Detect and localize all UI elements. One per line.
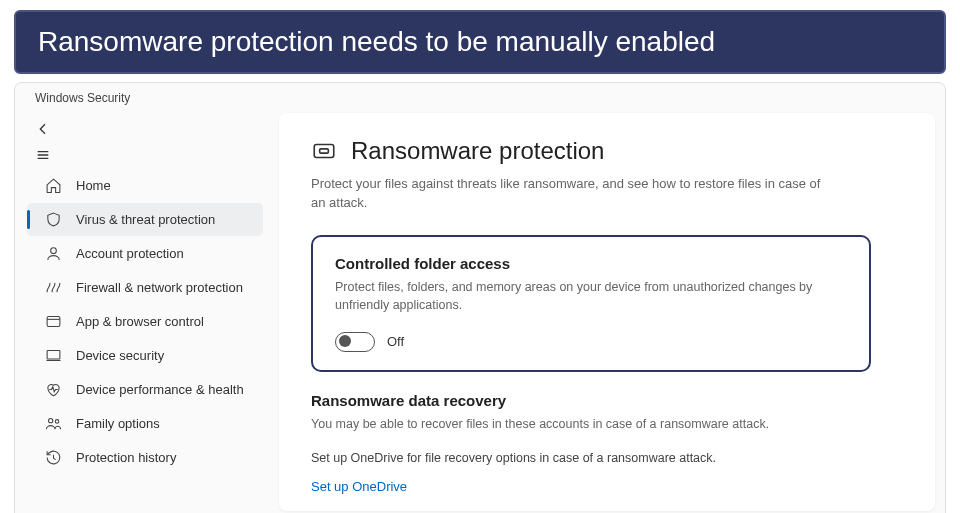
svg-rect-5: [314, 145, 334, 158]
sidebar-item-app-browser[interactable]: App & browser control: [27, 305, 263, 338]
ransomware-data-recovery-section: Ransomware data recovery You may be able…: [311, 392, 871, 495]
sidebar-item-device-perf[interactable]: Device performance & health: [27, 373, 263, 406]
cfa-description: Protect files, folders, and memory areas…: [335, 278, 847, 314]
heart-pulse-icon: [45, 381, 62, 398]
sidebar-item-label: Account protection: [76, 246, 184, 261]
cfa-toggle[interactable]: [335, 332, 375, 352]
back-button[interactable]: [27, 117, 263, 141]
sidebar-item-label: Family options: [76, 416, 160, 431]
rdr-note: Set up OneDrive for file recovery option…: [311, 451, 871, 465]
rdr-title: Ransomware data recovery: [311, 392, 871, 409]
svg-rect-6: [320, 149, 329, 153]
family-icon: [45, 415, 62, 432]
svg-rect-2: [47, 351, 60, 360]
cfa-toggle-label: Off: [387, 334, 404, 349]
person-icon: [45, 245, 62, 262]
window-title: Windows Security: [15, 83, 945, 109]
sidebar-item-label: Device security: [76, 348, 164, 363]
app-browser-icon: [45, 313, 62, 330]
annotation-banner: Ransomware protection needs to be manual…: [14, 10, 946, 74]
sidebar-item-device-security[interactable]: Device security: [27, 339, 263, 372]
sidebar-item-home[interactable]: Home: [27, 169, 263, 202]
sidebar-item-label: Protection history: [76, 450, 176, 465]
sidebar-item-account[interactable]: Account protection: [27, 237, 263, 270]
svg-rect-1: [47, 317, 60, 327]
cfa-title: Controlled folder access: [335, 255, 847, 272]
sidebar-item-label: Virus & threat protection: [76, 212, 215, 227]
shield-icon: [45, 211, 62, 228]
sidebar-item-label: Firewall & network protection: [76, 280, 243, 295]
toggle-knob: [339, 335, 351, 347]
hamburger-icon: [35, 147, 51, 163]
sidebar-item-virus-threat[interactable]: Virus & threat protection: [27, 203, 263, 236]
back-arrow-icon: [35, 121, 51, 137]
hamburger-button[interactable]: [27, 143, 263, 167]
ransomware-icon: [311, 138, 337, 164]
page-description: Protect your files against threats like …: [311, 175, 831, 213]
sidebar: Home Virus & threat protection Account p…: [15, 109, 275, 513]
sidebar-item-family[interactable]: Family options: [27, 407, 263, 440]
sidebar-item-label: Home: [76, 178, 111, 193]
sidebar-item-firewall[interactable]: Firewall & network protection: [27, 271, 263, 304]
device-security-icon: [45, 347, 62, 364]
svg-point-4: [55, 420, 59, 424]
rdr-description: You may be able to recover files in thes…: [311, 415, 871, 433]
page-title: Ransomware protection: [351, 137, 604, 165]
svg-point-0: [51, 248, 57, 254]
windows-security-window: Windows Security Home Virus & threat pro…: [14, 82, 946, 513]
controlled-folder-access-section: Controlled folder access Protect files, …: [311, 235, 871, 372]
history-icon: [45, 449, 62, 466]
setup-onedrive-link[interactable]: Set up OneDrive: [311, 479, 407, 494]
sidebar-item-history[interactable]: Protection history: [27, 441, 263, 474]
content-panel: Ransomware protection Protect your files…: [279, 113, 935, 511]
sidebar-item-label: Device performance & health: [76, 382, 244, 397]
svg-point-3: [49, 419, 53, 423]
sidebar-item-label: App & browser control: [76, 314, 204, 329]
home-icon: [45, 177, 62, 194]
firewall-icon: [45, 279, 62, 296]
